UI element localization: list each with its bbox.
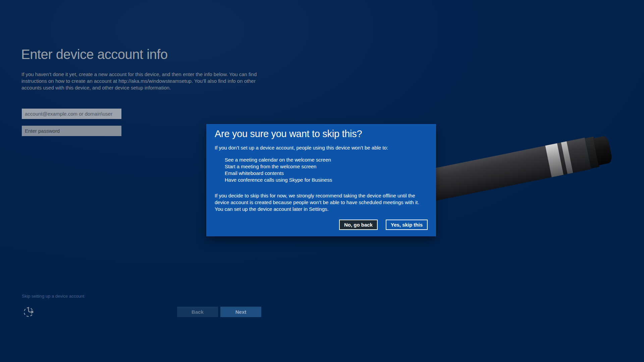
dialog-button-row: No, go back Yes, skip this bbox=[339, 220, 428, 230]
skip-confirmation-dialog: Are you sure you want to skip this? If y… bbox=[206, 124, 436, 236]
no-go-back-button[interactable]: No, go back bbox=[339, 220, 378, 230]
next-button[interactable]: Next bbox=[220, 307, 261, 317]
warning-line: You can set up the device account later … bbox=[215, 206, 428, 213]
setup-screen: Enter device account info If you haven’t… bbox=[0, 0, 644, 362]
stylus-pen-image bbox=[423, 133, 613, 202]
description-line: If you haven’t done it yet, create a new… bbox=[21, 71, 257, 78]
description-line: instructions on how to create an account… bbox=[21, 78, 257, 84]
password-field[interactable] bbox=[22, 126, 121, 136]
warning-line: device account is created because people… bbox=[215, 199, 428, 206]
page-title: Enter device account info bbox=[21, 47, 168, 62]
dialog-warning: If you decide to skip this for now, we s… bbox=[215, 192, 428, 213]
account-field[interactable] bbox=[22, 109, 121, 119]
dialog-title: Are you sure you want to skip this? bbox=[215, 128, 428, 139]
dialog-consequences-list: See a meeting calendar on the welcome sc… bbox=[215, 157, 428, 183]
list-item: Have conference calls using Skype for Bu… bbox=[225, 177, 428, 183]
warning-line: If you decide to skip this for now, we s… bbox=[215, 192, 428, 199]
list-item: Email whiteboard contents bbox=[225, 170, 428, 177]
back-button[interactable]: Back bbox=[177, 307, 218, 317]
skip-device-account-link[interactable]: Skip setting up a device account bbox=[22, 294, 84, 299]
list-item: Start a meeting from the welcome screen bbox=[225, 163, 428, 170]
dashed-circle-arrow-icon[interactable] bbox=[22, 305, 36, 318]
list-item: See a meeting calendar on the welcome sc… bbox=[225, 157, 428, 163]
dialog-intro: If you don’t set up a device account, pe… bbox=[215, 144, 428, 151]
description-line: accounts used with this device, and othe… bbox=[21, 84, 257, 91]
yes-skip-this-button[interactable]: Yes, skip this bbox=[386, 220, 428, 230]
page-description: If you haven’t done it yet, create a new… bbox=[21, 71, 257, 91]
